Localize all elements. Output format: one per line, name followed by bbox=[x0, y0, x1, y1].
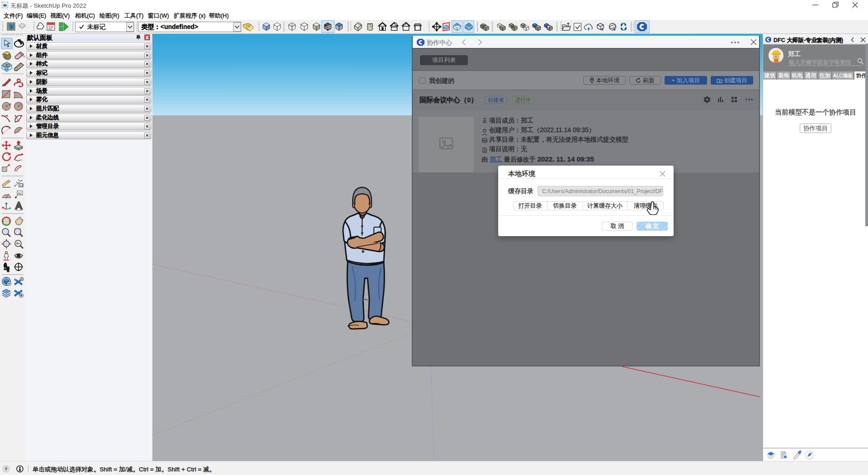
svg-text:类型：<undefined>: 类型：<undefined> bbox=[141, 23, 198, 30]
svg-text:A1: A1 bbox=[18, 192, 22, 195]
svg-text:A1: A1 bbox=[20, 184, 24, 187]
svg-text:未标记: 未标记 bbox=[87, 24, 106, 30]
